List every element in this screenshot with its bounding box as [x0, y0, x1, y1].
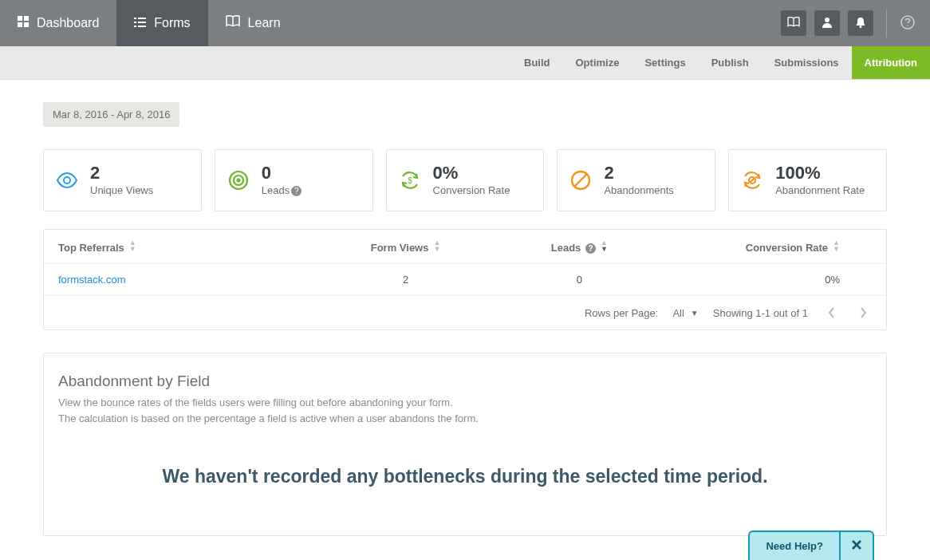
- date-range-picker[interactable]: Mar 8, 2016 - Apr 8, 2016: [43, 102, 179, 127]
- rows-per-page-label: Rows per Page:: [585, 307, 659, 319]
- unique-views-label: Unique Views: [90, 184, 153, 196]
- card-unique-views: 2 Unique Views: [43, 149, 202, 211]
- need-help-widget: Need Help?: [748, 530, 874, 560]
- cell-conv: 0%: [666, 274, 872, 286]
- question-icon[interactable]: ?: [291, 186, 301, 196]
- nav-forms[interactable]: Forms: [116, 0, 207, 46]
- svg-rect-4: [134, 18, 136, 19]
- divider: [886, 9, 887, 37]
- svg-point-14: [64, 177, 70, 183]
- sort-icon: ▲▼: [833, 239, 840, 252]
- svg-rect-2: [18, 22, 22, 27]
- cell-views: 2: [319, 274, 493, 286]
- need-help-button[interactable]: Need Help?: [750, 532, 839, 560]
- next-page-button[interactable]: [854, 304, 872, 321]
- referrals-table: Top Referrals▲▼ Form Views▲▼ Leads ?▲▼ C…: [43, 229, 887, 330]
- nav-learn-label: Learn: [248, 16, 281, 30]
- tab-build[interactable]: Build: [511, 46, 563, 79]
- col-form-views[interactable]: Form Views▲▼: [319, 239, 493, 254]
- tab-attribution[interactable]: Attribution: [852, 46, 930, 79]
- tab-publish[interactable]: Publish: [699, 46, 762, 79]
- refresh-block-icon: [740, 168, 764, 192]
- target-icon: [227, 168, 250, 192]
- tab-optimize[interactable]: Optimize: [563, 46, 632, 79]
- svg-rect-5: [138, 18, 146, 19]
- svg-rect-7: [138, 22, 146, 23]
- docs-button[interactable]: [781, 10, 806, 36]
- svg-point-17: [237, 179, 239, 182]
- nav-dashboard[interactable]: Dashboard: [0, 0, 116, 46]
- sort-icon: ▲▼: [129, 239, 136, 252]
- question-icon: [900, 15, 915, 32]
- table-row: formstack.com 2 0 0%: [44, 264, 886, 296]
- col-leads[interactable]: Leads ?▲▼: [492, 239, 666, 254]
- grid-icon: [18, 16, 29, 30]
- need-help-close[interactable]: [839, 532, 873, 560]
- top-right-actions: [781, 0, 930, 46]
- primary-nav: Dashboard Forms Learn: [0, 0, 298, 46]
- abandonment-desc-1: View the bounce rates of the fields user…: [58, 395, 872, 411]
- block-icon: [569, 168, 593, 192]
- abandonment-desc-2: The calculation is based on the percenta…: [58, 411, 872, 427]
- tab-submissions[interactable]: Submissions: [762, 46, 852, 79]
- sort-icon: ▲▼: [433, 239, 440, 252]
- book-icon: [787, 17, 800, 30]
- pagination-status: Showing 1-1 out of 1: [713, 307, 808, 319]
- abandonments-label: Abandonments: [604, 184, 673, 196]
- user-icon: [822, 17, 833, 30]
- list-icon: [134, 16, 146, 30]
- col-conversion-rate[interactable]: Conversion Rate▲▼: [666, 239, 872, 254]
- table-footer: Rows per Page: All ▼ Showing 1-1 out of …: [44, 296, 886, 329]
- leads-value: 0: [262, 164, 301, 182]
- unique-views-value: 2: [90, 164, 153, 182]
- card-abandonments: 2 Abandonments: [557, 149, 715, 211]
- abandonment-title: Abandonment by Field: [58, 373, 872, 390]
- notifications-button[interactable]: [848, 10, 873, 36]
- svg-point-13: [907, 25, 908, 26]
- svg-rect-0: [18, 16, 22, 21]
- svg-point-10: [825, 18, 830, 22]
- conversion-rate-value: 0%: [433, 164, 510, 182]
- caret-down-icon: ▼: [691, 309, 699, 317]
- close-icon: [852, 540, 861, 552]
- svg-line-22: [750, 178, 754, 182]
- abandon-rate-value: 100%: [775, 164, 865, 182]
- account-button[interactable]: [814, 10, 840, 36]
- rows-per-page-select[interactable]: All ▼: [672, 307, 698, 319]
- cell-leads: 0: [492, 274, 666, 286]
- svg-text:$: $: [408, 176, 412, 185]
- tab-settings[interactable]: Settings: [632, 46, 698, 79]
- abandonment-panel: Abandonment by Field View the bounce rat…: [43, 353, 887, 536]
- table-header: Top Referrals▲▼ Form Views▲▼ Leads ?▲▼ C…: [44, 230, 886, 264]
- bell-icon: [855, 17, 866, 30]
- question-icon[interactable]: ?: [585, 243, 596, 254]
- svg-rect-3: [24, 22, 29, 27]
- page-content: Mar 8, 2016 - Apr 8, 2016 2 Unique Views…: [0, 80, 930, 560]
- help-button[interactable]: [900, 15, 916, 31]
- top-navbar: Dashboard Forms Learn: [0, 0, 930, 46]
- svg-point-11: [860, 26, 862, 28]
- svg-rect-1: [24, 16, 29, 21]
- referral-link[interactable]: formstack.com: [58, 274, 126, 286]
- card-abandon-rate: 100% Abandonment Rate: [728, 149, 887, 211]
- nav-dashboard-label: Dashboard: [37, 16, 99, 30]
- conversion-rate-label: Conversion Rate: [433, 184, 510, 196]
- nav-forms-label: Forms: [154, 16, 190, 30]
- svg-line-20: [574, 174, 587, 187]
- card-conversion-rate: $ 0% Conversion Rate: [386, 149, 545, 211]
- svg-rect-9: [138, 26, 146, 27]
- form-tabs: Build Optimize Settings Publish Submissi…: [0, 46, 930, 80]
- nav-learn[interactable]: Learn: [208, 0, 298, 46]
- col-top-referrals[interactable]: Top Referrals▲▼: [58, 239, 319, 254]
- svg-rect-8: [134, 26, 136, 27]
- svg-rect-6: [134, 22, 136, 23]
- stat-cards: 2 Unique Views 0 Leads? $ 0% Conversion …: [43, 149, 887, 211]
- abandonment-empty-message: We haven't recorded any bottlenecks duri…: [58, 466, 872, 487]
- abandonments-value: 2: [604, 164, 673, 182]
- refresh-dollar-icon: $: [398, 168, 422, 192]
- card-leads: 0 Leads?: [215, 149, 373, 211]
- book-icon: [226, 15, 240, 31]
- sort-icon: ▲▼: [601, 239, 608, 252]
- prev-page-button[interactable]: [822, 304, 840, 321]
- leads-label: Leads?: [262, 184, 301, 196]
